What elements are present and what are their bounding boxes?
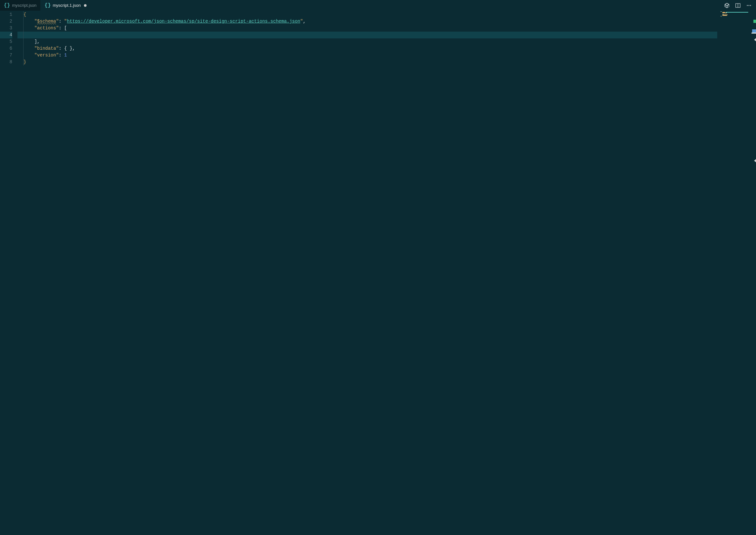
tab-bar: {} myscript.json {} myscript.1.json <box>0 0 756 11</box>
minimap-content <box>720 11 755 16</box>
overview-ruler[interactable] <box>751 11 756 535</box>
ruler-pointer-icon <box>754 159 756 162</box>
code-line: { <box>17 11 717 18</box>
line-number: 8 <box>0 59 12 66</box>
code-line: "$schema": "https://developer.microsoft.… <box>17 18 717 25</box>
svg-point-2 <box>747 5 748 6</box>
more-actions-icon[interactable] <box>746 2 752 9</box>
ruler-change-marker <box>753 20 756 23</box>
tab-actions <box>720 0 756 11</box>
line-number: 1 <box>0 11 12 18</box>
svg-point-4 <box>750 5 751 6</box>
code-editor[interactable]: { "$schema": "https://developer.microsof… <box>17 11 717 535</box>
line-number: 2 <box>0 18 12 25</box>
source-control-icon[interactable] <box>724 2 730 9</box>
line-number: 6 <box>0 45 12 52</box>
line-number: 7 <box>0 52 12 59</box>
tab-label: myscript.json <box>12 3 37 8</box>
code-line: "actions": [ <box>17 25 717 32</box>
code-line: } <box>17 59 717 66</box>
line-number-gutter: 1 2 3 4 5 6 7 8 <box>0 11 17 535</box>
code-line <box>17 32 717 39</box>
code-line: "bindata": { }, <box>17 45 717 52</box>
json-file-icon: {} <box>45 3 51 8</box>
svg-point-3 <box>748 5 749 6</box>
modified-indicator-icon <box>84 4 87 7</box>
line-number: 5 <box>0 39 12 45</box>
line-number: 3 <box>0 25 12 32</box>
code-line: "version": 1 <box>17 52 717 59</box>
editor-container: 1 2 3 4 5 6 7 8 { "$schema": "https://de… <box>0 11 756 535</box>
ruler-info-marker <box>752 29 756 33</box>
schema-url-link[interactable]: https://developer.microsoft.com/json-sch… <box>67 19 300 24</box>
tab-myscript-1[interactable]: {} myscript.1.json <box>41 0 91 11</box>
tab-label: myscript.1.json <box>53 3 81 8</box>
ruler-pointer-icon <box>754 38 756 41</box>
json-file-icon: {} <box>4 3 10 8</box>
minimap[interactable] <box>717 11 756 535</box>
code-line: ], <box>17 39 717 45</box>
line-number: 4 <box>0 32 12 39</box>
split-editor-icon[interactable] <box>735 2 741 9</box>
ruler-cursor-marker <box>751 33 756 34</box>
tab-myscript[interactable]: {} myscript.json <box>0 0 41 11</box>
